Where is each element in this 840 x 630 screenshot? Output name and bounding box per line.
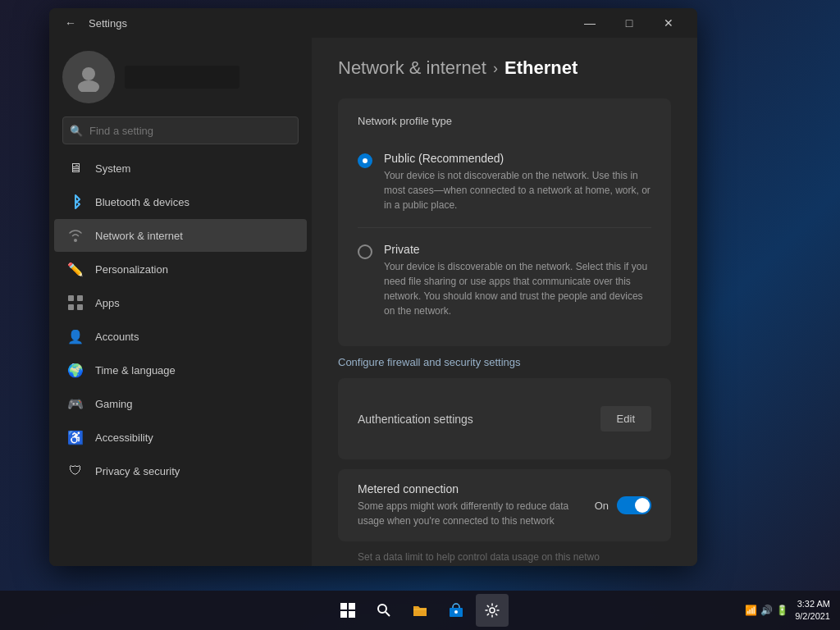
settings-taskbar-button[interactable] bbox=[476, 594, 509, 627]
sidebar-item-network[interactable]: Network & internet bbox=[54, 219, 307, 252]
sidebar-item-personalization-label: Personalization bbox=[95, 263, 168, 276]
svg-rect-6 bbox=[340, 603, 347, 609]
radio-private-label: Private bbox=[384, 243, 651, 256]
sidebar-item-privacy[interactable]: 🛡 Privacy & security bbox=[54, 454, 307, 487]
network-icon bbox=[67, 227, 84, 244]
metered-desc: Some apps might work differently to redu… bbox=[358, 499, 595, 528]
sidebar-item-bluetooth[interactable]: Bluetooth & devices bbox=[54, 185, 307, 218]
sidebar: 🔍 🖥 System Bluetooth & devices bbox=[49, 38, 312, 566]
sidebar-item-gaming[interactable]: 🎮 Gaming bbox=[54, 387, 307, 420]
network-tray-icon: 📶 bbox=[745, 605, 757, 616]
accessibility-icon: ♿ bbox=[67, 429, 84, 445]
auth-settings-row: Authentication settings Edit bbox=[358, 395, 651, 443]
clock-time: 3:32 AM bbox=[795, 598, 830, 610]
time-icon: 🌍 bbox=[67, 362, 84, 378]
metered-right: On bbox=[595, 496, 651, 514]
radio-public-content: Public (Recommended) Your device is not … bbox=[384, 152, 651, 212]
title-bar: ← Settings — □ ✕ bbox=[49, 8, 697, 38]
svg-point-13 bbox=[454, 610, 458, 614]
volume-tray-icon: 🔊 bbox=[760, 605, 773, 616]
radio-public-label: Public (Recommended) bbox=[384, 152, 651, 165]
search-input[interactable] bbox=[89, 125, 291, 137]
user-profile bbox=[49, 38, 312, 113]
clock-date: 9/2/2021 bbox=[795, 610, 830, 623]
breadcrumb-separator: › bbox=[493, 60, 498, 77]
content-pane: Network & internet › Ethernet Network pr… bbox=[312, 38, 697, 566]
sidebar-item-gaming-label: Gaming bbox=[95, 398, 133, 410]
sidebar-item-apps[interactable]: Apps bbox=[54, 286, 307, 319]
metered-title: Metered connection bbox=[358, 482, 595, 495]
taskbar-time[interactable]: 3:32 AM 9/2/2021 bbox=[795, 598, 830, 623]
maximize-button[interactable]: □ bbox=[610, 8, 648, 38]
radio-public-circle bbox=[358, 153, 372, 168]
taskbar-center bbox=[331, 594, 509, 627]
radio-private-desc: Your device is discoverable on the netwo… bbox=[384, 259, 651, 318]
apps-icon bbox=[67, 294, 84, 311]
network-profile-card: Network profile type Public (Recommended… bbox=[338, 98, 671, 346]
system-tray: 📶 🔊 🔋 bbox=[745, 605, 788, 616]
metered-left: Metered connection Some apps might work … bbox=[358, 482, 595, 528]
breadcrumb-current: Ethernet bbox=[504, 57, 578, 79]
sidebar-item-time-label: Time & language bbox=[95, 364, 176, 377]
svg-rect-9 bbox=[349, 611, 355, 618]
sidebar-item-privacy-label: Privacy & security bbox=[95, 465, 180, 477]
radio-public-desc: Your device is not discoverable on the n… bbox=[384, 168, 651, 212]
radio-public[interactable]: Public (Recommended) Your device is not … bbox=[358, 140, 651, 224]
edit-button[interactable]: Edit bbox=[600, 406, 651, 431]
auth-settings-label: Authentication settings bbox=[358, 413, 473, 426]
toggle-label: On bbox=[595, 500, 609, 512]
taskbar-right: 📶 🔊 🔋 3:32 AM 9/2/2021 bbox=[745, 598, 830, 623]
svg-point-1 bbox=[78, 80, 99, 92]
user-avatar-icon bbox=[74, 62, 103, 92]
svg-rect-7 bbox=[349, 603, 355, 609]
system-icon: 🖥 bbox=[67, 160, 84, 176]
sidebar-item-bluetooth-label: Bluetooth & devices bbox=[95, 196, 189, 208]
divider-1 bbox=[358, 227, 651, 228]
auth-settings-card: Authentication settings Edit bbox=[338, 378, 671, 459]
bluetooth-icon bbox=[67, 194, 84, 210]
user-name-box bbox=[125, 66, 240, 89]
data-limit-text: Set a data limit to help control data us… bbox=[338, 551, 671, 563]
toggle-thumb bbox=[635, 498, 650, 513]
svg-rect-2 bbox=[68, 295, 74, 301]
breadcrumb: Network & internet › Ethernet bbox=[338, 57, 671, 79]
sidebar-item-accounts[interactable]: 👤 Accounts bbox=[54, 320, 307, 353]
nav-list: 🖥 System Bluetooth & devices bbox=[49, 151, 312, 488]
close-button[interactable]: ✕ bbox=[650, 8, 687, 38]
radio-private-content: Private Your device is discoverable on t… bbox=[384, 243, 651, 318]
accounts-icon: 👤 bbox=[67, 328, 84, 345]
svg-rect-8 bbox=[340, 611, 347, 618]
sidebar-item-time[interactable]: 🌍 Time & language bbox=[54, 354, 307, 386]
sidebar-item-personalization[interactable]: ✏️ Personalization bbox=[54, 253, 307, 285]
svg-rect-3 bbox=[77, 295, 83, 301]
radio-private[interactable]: Private Your device is discoverable on t… bbox=[358, 231, 651, 330]
windows-button[interactable] bbox=[331, 594, 364, 627]
svg-line-11 bbox=[386, 612, 390, 616]
sidebar-item-apps-label: Apps bbox=[95, 297, 120, 309]
svg-point-0 bbox=[82, 67, 95, 80]
window-title: Settings bbox=[89, 17, 127, 30]
svg-point-14 bbox=[490, 608, 495, 613]
minimize-button[interactable]: — bbox=[571, 8, 609, 38]
radio-private-circle bbox=[358, 244, 372, 259]
section-title: Network profile type bbox=[358, 115, 651, 127]
store-taskbar-button[interactable] bbox=[440, 594, 472, 627]
metered-connection-card: Metered connection Some apps might work … bbox=[338, 469, 671, 541]
firewall-link[interactable]: Configure firewall and security settings bbox=[338, 356, 671, 368]
sidebar-item-system[interactable]: 🖥 System bbox=[54, 152, 307, 185]
battery-tray-icon: 🔋 bbox=[776, 605, 788, 616]
search-taskbar-button[interactable] bbox=[368, 594, 400, 627]
search-icon: 🔍 bbox=[70, 125, 83, 137]
sidebar-item-network-label: Network & internet bbox=[95, 230, 183, 242]
search-box: 🔍 bbox=[62, 116, 299, 144]
settings-window: ← Settings — □ ✕ 🔍 bbox=[49, 8, 697, 566]
taskbar: 📶 🔊 🔋 3:32 AM 9/2/2021 bbox=[0, 591, 840, 630]
window-controls: — □ ✕ bbox=[571, 8, 687, 38]
metered-toggle[interactable] bbox=[617, 496, 651, 514]
back-button[interactable]: ← bbox=[59, 11, 82, 34]
files-taskbar-button[interactable] bbox=[404, 594, 436, 627]
sidebar-item-system-label: System bbox=[95, 162, 130, 175]
sidebar-item-accounts-label: Accounts bbox=[95, 331, 139, 343]
breadcrumb-parent[interactable]: Network & internet bbox=[338, 57, 486, 79]
sidebar-item-accessibility[interactable]: ♿ Accessibility bbox=[54, 421, 307, 454]
